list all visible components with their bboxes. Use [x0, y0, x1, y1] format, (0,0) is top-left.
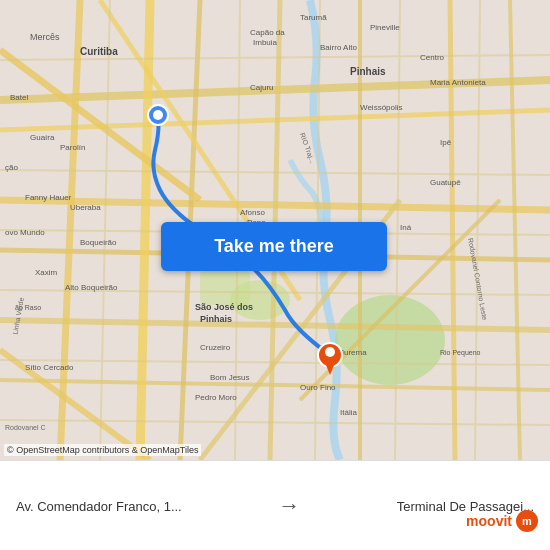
svg-text:Ipê: Ipê — [440, 138, 452, 147]
origin-section: Av. Comendador Franco, 1... — [16, 497, 182, 514]
svg-text:Boqueirão: Boqueirão — [80, 238, 117, 247]
svg-text:Afonso: Afonso — [240, 208, 265, 217]
svg-text:Curitiba: Curitiba — [80, 46, 118, 57]
svg-text:Pineville: Pineville — [370, 23, 400, 32]
svg-text:Itália: Itália — [340, 408, 357, 417]
svg-text:Rodovanel C: Rodovanel C — [5, 424, 45, 431]
svg-text:Cajuru: Cajuru — [250, 83, 274, 92]
svg-text:Imbuia: Imbuia — [253, 38, 278, 47]
svg-text:Pinhais: Pinhais — [200, 314, 232, 324]
svg-text:Jurema: Jurema — [340, 348, 367, 357]
bottom-bar: Av. Comendador Franco, 1... → Terminal D… — [0, 460, 550, 550]
moovit-icon: m — [516, 510, 538, 532]
svg-text:Mercês: Mercês — [30, 32, 60, 42]
svg-text:Rio Pequeno: Rio Pequeno — [440, 349, 481, 357]
svg-text:Parolín: Parolín — [60, 143, 85, 152]
svg-text:Fanny Hauer: Fanny Hauer — [25, 193, 72, 202]
svg-text:Alto Boqueirão: Alto Boqueirão — [65, 283, 118, 292]
map-attribution: © OpenStreetMap contributors & OpenMapTi… — [4, 444, 201, 456]
svg-text:Centro: Centro — [420, 53, 445, 62]
svg-text:Pedro Moro: Pedro Moro — [195, 393, 237, 402]
map-container: Mercês Curitiba Batel Guaíra ção Fanny H… — [0, 0, 550, 460]
svg-text:Bom Jesus: Bom Jesus — [210, 373, 250, 382]
svg-point-80 — [325, 347, 335, 357]
take-me-there-button[interactable]: Take me there — [161, 222, 387, 271]
svg-text:Sítio Cercado: Sítio Cercado — [25, 363, 74, 372]
origin-value: Av. Comendador Franco, 1... — [16, 499, 182, 514]
svg-text:Batel: Batel — [10, 93, 28, 102]
svg-text:Xaxim: Xaxim — [35, 268, 58, 277]
svg-rect-3 — [200, 270, 250, 305]
svg-text:Bairro Alto: Bairro Alto — [320, 43, 357, 52]
moovit-text: moovit — [466, 513, 512, 529]
app: Mercês Curitiba Batel Guaíra ção Fanny H… — [0, 0, 550, 550]
svg-text:Maria Antonieta: Maria Antonieta — [430, 78, 486, 87]
svg-text:Capão da: Capão da — [250, 28, 285, 37]
svg-text:ção: ção — [5, 163, 18, 172]
svg-text:Guaíra: Guaíra — [30, 133, 55, 142]
svg-text:Guatupê: Guatupê — [430, 178, 461, 187]
svg-text:Ouro Fino: Ouro Fino — [300, 383, 336, 392]
svg-text:Iná: Iná — [400, 223, 412, 232]
svg-text:Weissópolis: Weissópolis — [360, 103, 403, 112]
arrow-icon: → — [278, 493, 300, 519]
svg-text:ovo Mundo: ovo Mundo — [5, 228, 45, 237]
svg-point-77 — [153, 110, 163, 120]
svg-text:Pinhais: Pinhais — [350, 66, 386, 77]
moovit-logo: moovit m — [466, 510, 538, 532]
svg-text:São José dos: São José dos — [195, 302, 253, 312]
svg-text:Uberaba: Uberaba — [70, 203, 101, 212]
svg-text:Tarumã: Tarumã — [300, 13, 327, 22]
svg-text:Cruzeiro: Cruzeiro — [200, 343, 231, 352]
